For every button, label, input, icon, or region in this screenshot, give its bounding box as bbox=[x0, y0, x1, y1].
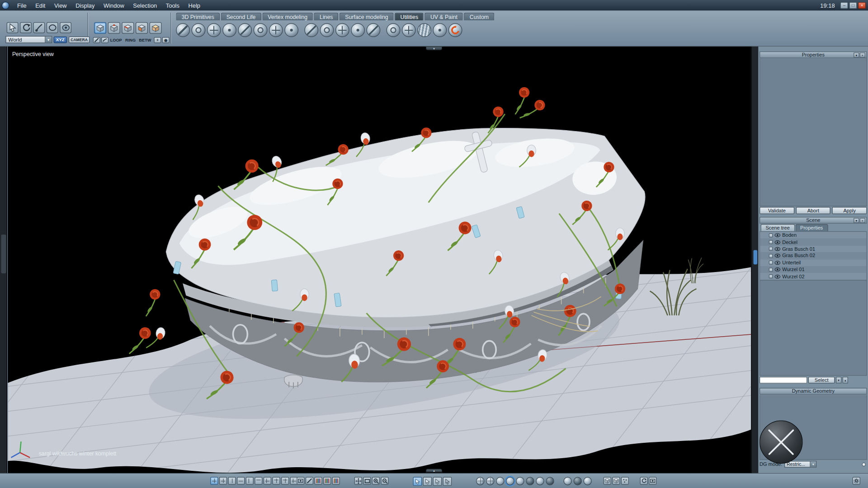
abort-button[interactable]: Abort bbox=[796, 207, 830, 214]
camera-view-icon[interactable] bbox=[649, 477, 656, 485]
select-button[interactable]: Select bbox=[808, 377, 835, 384]
eye-icon[interactable] bbox=[774, 253, 780, 258]
menu-display[interactable]: Display bbox=[71, 2, 99, 9]
utilities-tool-icon-16[interactable] bbox=[417, 23, 431, 37]
refresh-icon[interactable] bbox=[640, 477, 648, 485]
betw-label[interactable]: BETW bbox=[139, 38, 151, 42]
chevron-down-icon[interactable]: ▼ bbox=[810, 461, 816, 467]
panel-collapse-icon[interactable]: ▼ bbox=[854, 52, 859, 57]
utilities-tool-icon-6[interactable] bbox=[254, 23, 268, 37]
zoom-out-icon[interactable] bbox=[381, 477, 388, 485]
menu-view[interactable]: View bbox=[50, 2, 71, 9]
full-display-icon[interactable] bbox=[612, 477, 620, 485]
menu-file[interactable]: File bbox=[13, 2, 31, 9]
utilities-tool-icon-13[interactable] bbox=[367, 23, 381, 37]
ring-select-tool[interactable] bbox=[47, 22, 58, 33]
tab-custom[interactable]: Custom bbox=[464, 13, 495, 20]
minimize-button[interactable]: – bbox=[840, 2, 848, 9]
maximize-button[interactable]: □ bbox=[849, 2, 857, 9]
expand-icon[interactable] bbox=[769, 247, 773, 251]
eye-icon[interactable] bbox=[774, 274, 780, 279]
ring-label[interactable]: RING bbox=[125, 38, 136, 42]
expand-icon[interactable] bbox=[769, 261, 773, 265]
edge-pencil-icon[interactable] bbox=[93, 37, 100, 43]
tree-item-label[interactable]: Gras Busch 01 bbox=[782, 246, 815, 252]
light-default-icon[interactable] bbox=[564, 477, 572, 485]
layout-quad-icon[interactable] bbox=[219, 477, 227, 485]
tab-lines[interactable]: Lines bbox=[314, 13, 339, 20]
points-display-icon[interactable] bbox=[621, 477, 629, 485]
utilities-tool-icon-15[interactable] bbox=[402, 23, 416, 37]
utilities-tool-icon-3[interactable] bbox=[207, 23, 221, 37]
tab-scene-tree[interactable]: Scene tree bbox=[760, 224, 794, 231]
eye-icon[interactable] bbox=[774, 267, 780, 272]
xyz-toggle-button[interactable]: XYZ bbox=[54, 36, 67, 43]
tree-row-gras-busch-01[interactable]: Gras Busch 01 bbox=[760, 245, 866, 252]
pan-icon[interactable] bbox=[354, 477, 362, 485]
zoom-in-icon[interactable] bbox=[372, 477, 380, 485]
tree-item-label[interactable]: Gras Busch 02 bbox=[782, 253, 815, 258]
dynamic-geometry-header[interactable]: Dynamic Geometry bbox=[760, 388, 867, 394]
light-scene-icon[interactable] bbox=[574, 477, 582, 485]
utilities-tool-icon-10[interactable] bbox=[320, 23, 334, 37]
close-button[interactable]: × bbox=[858, 2, 866, 9]
select-up-icon[interactable]: ▲ bbox=[843, 377, 848, 384]
tab-scene-properties[interactable]: Properties bbox=[795, 224, 828, 231]
select-edge-mode[interactable] bbox=[122, 22, 134, 34]
utilities-tool-icon-18[interactable] bbox=[448, 23, 462, 37]
rotate-cursor-icon[interactable] bbox=[433, 477, 442, 486]
chevron-down-icon[interactable]: ▼ bbox=[45, 37, 52, 42]
layout-mixed3-icon[interactable] bbox=[281, 477, 289, 485]
utilities-tool-icon-11[interactable] bbox=[335, 23, 349, 37]
utilities-tool-icon-12[interactable] bbox=[351, 23, 365, 37]
eye-icon[interactable] bbox=[774, 240, 780, 244]
flat-shading-icon[interactable] bbox=[496, 477, 504, 485]
menu-edit[interactable]: Edit bbox=[31, 2, 50, 9]
delete-ball-icon[interactable] bbox=[760, 421, 803, 464]
scale-cursor-icon[interactable] bbox=[443, 477, 452, 486]
target-selection-icon[interactable]: ◉ bbox=[162, 37, 170, 43]
utilities-tool-icon-1[interactable] bbox=[176, 23, 190, 37]
utilities-tool-icon-2[interactable] bbox=[192, 23, 206, 37]
utilities-tool-icon-7[interactable] bbox=[269, 23, 283, 37]
bbox-display-icon[interactable] bbox=[604, 477, 611, 485]
tab-uv-paint[interactable]: UV & Paint bbox=[425, 13, 463, 20]
light-headlamp-icon[interactable] bbox=[584, 477, 592, 485]
scene-panel-header[interactable]: Scene ▼ × bbox=[760, 217, 867, 224]
apply-button[interactable]: Apply bbox=[832, 207, 867, 214]
tree-item-label[interactable]: Wurzel 01 bbox=[782, 267, 804, 272]
tree-item-label[interactable]: Boden bbox=[782, 233, 797, 238]
tab-surface-modeling[interactable]: Surface modeling bbox=[340, 13, 394, 20]
expand-icon[interactable] bbox=[769, 233, 773, 237]
expand-icon[interactable] bbox=[769, 240, 773, 244]
layout-left-split-icon[interactable] bbox=[246, 477, 254, 485]
layout-vsplit-icon[interactable] bbox=[228, 477, 236, 485]
utilities-tool-icon-14[interactable] bbox=[387, 23, 401, 37]
pencil-icon[interactable] bbox=[306, 477, 313, 485]
left-scrollbar[interactable] bbox=[0, 47, 7, 473]
tree-row-gras-busch-02[interactable]: Gras Busch 02 bbox=[760, 253, 866, 259]
select-down-icon[interactable]: ▼ bbox=[836, 377, 841, 384]
select-cursor-icon[interactable] bbox=[413, 477, 422, 486]
select-face-mode[interactable] bbox=[136, 22, 148, 34]
backface-shading-icon[interactable] bbox=[546, 477, 554, 485]
utilities-tool-icon-9[interactable] bbox=[304, 23, 318, 37]
tree-row-unterteil[interactable]: Unterteil bbox=[760, 259, 866, 266]
texture-grid-icon-2[interactable] bbox=[323, 477, 331, 485]
eye-icon[interactable] bbox=[774, 247, 780, 251]
eye-icon[interactable] bbox=[774, 260, 780, 265]
properties-panel-header[interactable]: Properties ▼ × bbox=[760, 52, 867, 58]
viewport-splitter-top[interactable]: ▼ bbox=[426, 47, 443, 51]
move-cursor-icon[interactable] bbox=[423, 477, 432, 486]
frame-all-icon[interactable] bbox=[363, 477, 371, 485]
tree-row-wurzel-02[interactable]: Wurzel 02 bbox=[760, 273, 866, 280]
loop-label[interactable]: LOOP bbox=[110, 38, 122, 42]
hidden-line-mode-icon[interactable] bbox=[486, 477, 494, 485]
tab-3d-primitives[interactable]: 3D Primitives bbox=[176, 13, 220, 20]
tab-utilities[interactable]: Utilities bbox=[395, 13, 424, 20]
select-arrow-tool[interactable] bbox=[7, 22, 19, 33]
textured-shading-icon[interactable] bbox=[516, 477, 524, 485]
layout-mixed1-icon[interactable] bbox=[264, 477, 271, 485]
layout-single-icon[interactable] bbox=[210, 477, 218, 485]
tree-row-boden[interactable]: Boden bbox=[760, 232, 866, 239]
